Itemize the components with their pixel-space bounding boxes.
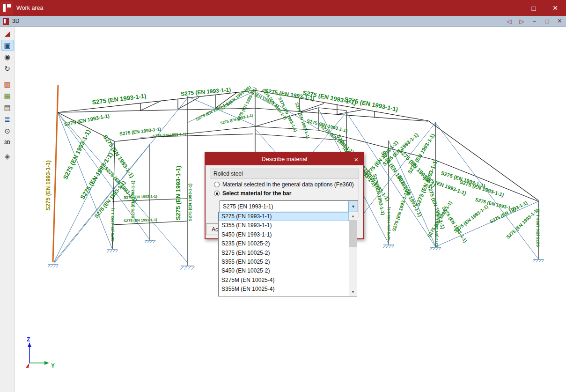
y-axis-label: Y	[51, 362, 55, 369]
layers-icon[interactable]: ≣	[1, 114, 14, 125]
material-option[interactable]: S355M (EN 10025-4)	[219, 285, 349, 294]
grid-edit-icon[interactable]: ▦	[1, 90, 14, 101]
orbit-icon[interactable]: ↻	[1, 63, 14, 74]
window-close-button[interactable]: ×	[544, 0, 566, 16]
app-window: Work area □ × 3D ◁ ▷ − □ × ◢▣◉↻▥▦▤≣⊙3D◈ …	[0, 0, 566, 392]
view-forward-button[interactable]: ▷	[515, 16, 528, 26]
material-option[interactable]: S450 (EN 1993-1-1)	[219, 230, 349, 239]
material-options: S275 (EN 1993-1-1)S355 (EN 1993-1-1)S450…	[219, 212, 349, 296]
view-3d-box-icon[interactable]: ▣	[1, 40, 14, 51]
axes-indicator: Z Y	[21, 335, 68, 377]
table-icon[interactable]: ▤	[1, 102, 14, 113]
material-option[interactable]: S235 (EN 10025-2)	[219, 239, 349, 248]
material-option[interactable]: S275 (EN 10025-2)	[219, 249, 349, 258]
radio-material-select-label: Select material for the bar	[222, 190, 291, 197]
radio-unchecked-icon	[214, 182, 220, 187]
radio-material-general[interactable]: Material selected in the general data op…	[210, 179, 359, 188]
show-elements-icon[interactable]: ⊙	[1, 126, 14, 136]
tab-3d[interactable]: 3D	[0, 16, 24, 26]
x-axis-arrowhead	[26, 363, 29, 368]
material-option[interactable]: S275M (EN 10025-4)	[219, 276, 349, 285]
pointer-tool-icon[interactable]: ◢	[1, 28, 14, 39]
combobox-dropdown-button[interactable]: ▾	[348, 201, 358, 212]
scrollbar-track[interactable]	[349, 220, 357, 288]
view-close-button[interactable]: ×	[553, 16, 566, 26]
render-icon[interactable]: ◈	[1, 151, 14, 162]
z-axis-arrowhead	[28, 342, 31, 347]
view-minimize-button[interactable]: −	[528, 16, 541, 26]
chevron-down-icon: ▾	[352, 204, 354, 209]
material-combobox-value: S275 (EN 1993-1-1)	[220, 203, 348, 210]
y-axis-arrowhead	[44, 361, 49, 365]
z-axis-label: Z	[27, 336, 30, 343]
dialog-title: Describe material	[262, 156, 307, 163]
scroll-down-icon[interactable]: ▼	[349, 288, 357, 296]
title-bar: Work area □ ×	[0, 0, 566, 16]
window-title: Work area	[16, 5, 43, 11]
radio-material-select[interactable]: Select material for the bar	[210, 188, 359, 197]
view-tab-bar: 3D ◁ ▷ − □ ×	[0, 16, 566, 27]
tab-3d-label: 3D	[12, 18, 19, 24]
scroll-up-icon[interactable]: ▲	[349, 212, 357, 220]
material-option[interactable]: S275 (EN 1993-1-1)	[219, 212, 349, 221]
view-back-button[interactable]: ◁	[503, 16, 515, 26]
material-option[interactable]: S450 (EN 10025-2)	[219, 266, 349, 275]
section-icon[interactable]: ▥	[1, 79, 14, 89]
visibility-icon[interactable]: ◉	[1, 52, 14, 62]
dialog-title-bar[interactable]: Describe material ×	[206, 153, 363, 165]
material-option[interactable]: S355 (EN 1993-1-1)	[219, 221, 349, 230]
view-restore-button[interactable]: □	[541, 16, 553, 26]
dropdown-scrollbar[interactable]: ▲ ▼	[349, 212, 357, 296]
material-combobox[interactable]: S275 (EN 1993-1-1) ▾	[220, 200, 358, 212]
scrollbar-thumb[interactable]	[349, 220, 357, 247]
material-option[interactable]: S355 (EN 10025-2)	[219, 258, 349, 266]
dialog-close-button[interactable]: ×	[351, 155, 361, 164]
rolled-steel-group: Rolled steel Material selected in the ge…	[210, 169, 359, 217]
window-restore-button[interactable]: □	[523, 0, 544, 16]
left-toolbar: ◢▣◉↻▥▦▤≣⊙3D◈	[0, 27, 15, 392]
view-3d-text-icon[interactable]: 3D	[1, 137, 14, 148]
radio-checked-icon	[214, 191, 220, 196]
radio-material-general-label: Material selected in the general data op…	[222, 181, 354, 188]
material-dropdown-list: S275 (EN 1993-1-1)S355 (EN 1993-1-1)S450…	[218, 212, 357, 296]
rolled-steel-group-title: Rolled steel	[210, 169, 359, 179]
app-logo-icon	[0, 1, 13, 15]
tab-3d-icon	[3, 18, 9, 25]
